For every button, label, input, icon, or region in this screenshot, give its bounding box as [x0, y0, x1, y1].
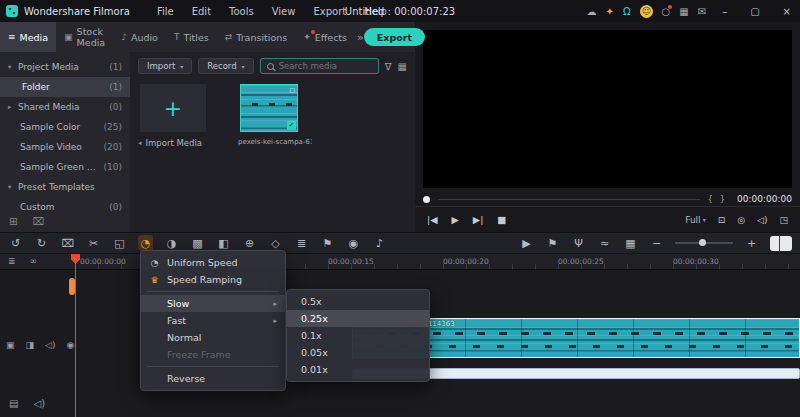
- seek-track[interactable]: [438, 199, 700, 200]
- menubar-item-file[interactable]: File: [148, 6, 183, 17]
- track-mute-button[interactable]: ◁): [45, 340, 55, 350]
- search-input[interactable]: [279, 61, 372, 71]
- clip-trim-handle[interactable]: [69, 278, 75, 295]
- chroma-key-button[interactable]: ◧: [216, 235, 231, 251]
- track-options-button[interactable]: ▣: [6, 340, 15, 350]
- record-button-toolbar[interactable]: ◉: [346, 235, 361, 251]
- zoom-slider[interactable]: [675, 242, 733, 244]
- marker-button[interactable]: ⚑: [320, 235, 335, 251]
- submenu-item-0-5x[interactable]: 0.5x: [287, 293, 429, 310]
- submenu-item-0-01x[interactable]: 0.01x: [287, 361, 429, 378]
- sidebar-item-sample-green-screen[interactable]: Sample Green Screen (10): [0, 157, 130, 177]
- zoom-out-button[interactable]: −: [649, 235, 664, 251]
- tab-media[interactable]: ≡ Media: [0, 22, 56, 52]
- workspace-layout-icon[interactable]: ▦: [679, 6, 688, 17]
- fullscreen-button[interactable]: ◳: [779, 215, 788, 225]
- notifications-bell-icon[interactable]: ○: [662, 6, 671, 17]
- redo-button[interactable]: ↻: [34, 235, 49, 251]
- delete-folder-button[interactable]: ⌧: [32, 216, 44, 227]
- voiceover-button[interactable]: Ψ: [571, 235, 586, 251]
- mixer-panel-button[interactable]: ▦: [623, 235, 638, 251]
- more-tabs-button[interactable]: »: [357, 31, 364, 44]
- media-thumbnail[interactable]: ▢ ✓: [240, 84, 298, 132]
- sidebar-item-preset-templates[interactable]: ▾ Preset Templates: [0, 177, 130, 197]
- menubar-item-view[interactable]: View: [263, 6, 305, 17]
- delete-button[interactable]: ⌧: [60, 235, 75, 251]
- audio-track-header-icon[interactable]: ▤: [9, 398, 18, 409]
- keyframe-button[interactable]: ◇: [268, 235, 283, 251]
- motion-tracking-button[interactable]: ⊕: [242, 235, 257, 251]
- menu-item-reverse[interactable]: Reverse: [141, 370, 285, 387]
- mask-button[interactable]: ▩: [190, 235, 205, 251]
- support-headset-icon[interactable]: Ω: [623, 6, 631, 17]
- tab-transitions[interactable]: ⇄ Transitions: [217, 22, 295, 52]
- import-media-tile[interactable]: +: [140, 84, 206, 132]
- sidebar-item-sample-color[interactable]: Sample Color (25): [0, 117, 130, 137]
- menu-item-speed-ramping[interactable]: ♛ Speed Ramping: [141, 271, 285, 288]
- previous-frame-button[interactable]: |◀: [427, 214, 438, 225]
- fit-to-screen-button[interactable]: ⊡: [718, 215, 726, 225]
- tab-audio[interactable]: ♪ Audio: [113, 22, 166, 52]
- cloud-sync-icon[interactable]: ☁: [587, 6, 597, 17]
- tab-titles[interactable]: T Titles: [166, 22, 217, 52]
- color-correction-button[interactable]: ◑: [164, 235, 179, 251]
- track-height-button[interactable]: ◨: [26, 340, 35, 350]
- audio-mixer-button[interactable]: ≣: [294, 235, 309, 251]
- export-button[interactable]: Export: [364, 28, 425, 46]
- stop-button[interactable]: ■: [497, 214, 506, 225]
- speed-button[interactable]: ◔: [138, 235, 153, 251]
- menu-item-uniform-speed[interactable]: ◔ Uniform Speed: [141, 254, 285, 271]
- feedback-mail-icon[interactable]: ✉: [698, 6, 706, 17]
- seek-handle[interactable]: [423, 196, 430, 203]
- audio-sync-button[interactable]: ♪: [372, 235, 387, 251]
- import-media-label[interactable]: ◂ Import Media: [138, 138, 202, 148]
- audio-stretch-button[interactable]: ≈: [597, 235, 612, 251]
- snapshot-button[interactable]: ◎: [737, 215, 745, 225]
- tab-stock-media[interactable]: ▣ Stock Media: [56, 22, 113, 52]
- menu-item-slow[interactable]: Slow ▸: [141, 295, 285, 312]
- maximize-button[interactable]: ▢: [743, 6, 766, 17]
- menu-item-normal[interactable]: Normal: [141, 329, 285, 346]
- user-avatar[interactable]: ☺: [640, 5, 653, 18]
- tab-effects[interactable]: ✦ Effects: [295, 22, 355, 52]
- add-marker-button[interactable]: ⚑: [545, 235, 560, 251]
- submenu-item-0-05x[interactable]: 0.05x: [287, 344, 429, 361]
- tab-label: Media: [20, 32, 49, 43]
- timeline-ruler[interactable]: 00:00:00:00 00:00:00:15 00:00:00:20 00:0…: [0, 254, 800, 270]
- filter-button[interactable]: ∇: [385, 61, 392, 72]
- manage-tracks-button[interactable]: ≣: [8, 256, 16, 266]
- zoom-slider-handle[interactable]: [699, 239, 706, 246]
- timeline-display-toggle[interactable]: [770, 236, 792, 251]
- item-count: (20): [104, 142, 122, 152]
- render-preview-button[interactable]: ▶: [519, 235, 534, 251]
- minimize-button[interactable]: –: [715, 6, 734, 17]
- zoom-in-button[interactable]: +: [744, 235, 759, 251]
- sidebar-item-shared-media[interactable]: ▸ Shared Media (0): [0, 97, 130, 117]
- mark-in-out-icons[interactable]: { }: [708, 194, 728, 204]
- audio-track-mute-button[interactable]: ◁): [33, 398, 45, 409]
- snap-toggle-button[interactable]: ∞: [30, 256, 38, 266]
- new-folder-button[interactable]: ⊞: [9, 216, 17, 227]
- close-button[interactable]: ×: [776, 6, 798, 17]
- next-frame-button[interactable]: ▶|: [473, 214, 484, 225]
- promotion-icon[interactable]: ✦: [606, 6, 614, 17]
- volume-button[interactable]: ◁): [757, 215, 767, 225]
- sidebar-item-folder[interactable]: Folder (1): [0, 77, 130, 97]
- sidebar-item-project-media[interactable]: ▾ Project Media (1): [0, 57, 130, 77]
- grid-view-button[interactable]: ▦: [398, 61, 407, 72]
- undo-button[interactable]: ↺: [8, 235, 23, 251]
- record-button[interactable]: Record ▾: [198, 58, 253, 74]
- import-button[interactable]: Import ▾: [138, 58, 192, 74]
- menu-item-fast[interactable]: Fast ▸: [141, 312, 285, 329]
- submenu-item-0-1x[interactable]: 0.1x: [287, 327, 429, 344]
- track-solo-button[interactable]: ◉: [66, 340, 74, 350]
- split-button[interactable]: ✂: [86, 235, 101, 251]
- submenu-item-0-25x[interactable]: 0.25x: [287, 310, 429, 327]
- playback-quality-dropdown[interactable]: Full ▾: [685, 215, 705, 225]
- sidebar-item-sample-video[interactable]: Sample Video (20): [0, 137, 130, 157]
- menubar-item-tools[interactable]: Tools: [220, 6, 263, 17]
- crop-button[interactable]: ◱: [112, 235, 127, 251]
- sidebar-item-custom[interactable]: Custom (0): [0, 197, 130, 217]
- play-button[interactable]: ▶: [452, 214, 459, 225]
- menubar-item-edit[interactable]: Edit: [183, 6, 220, 17]
